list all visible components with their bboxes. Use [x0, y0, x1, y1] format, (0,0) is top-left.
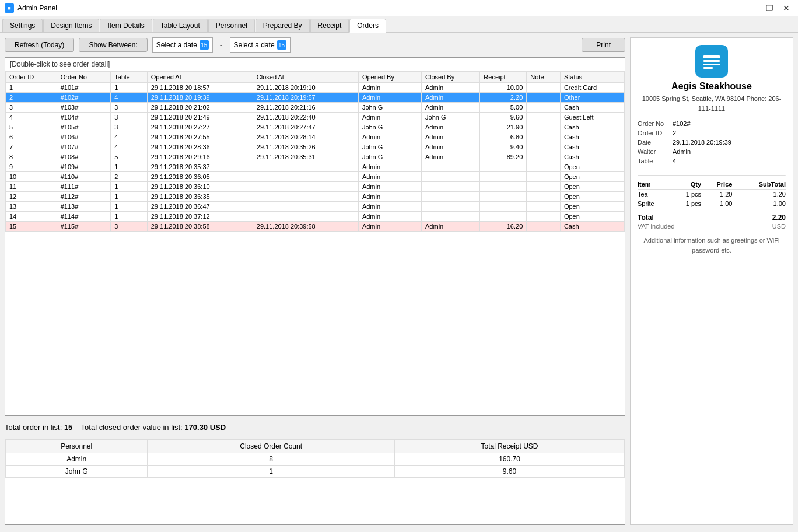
date2-icon[interactable]: 15	[277, 40, 286, 50]
col-header-openedat: Opened At	[147, 72, 253, 83]
tab-prepared-by[interactable]: Prepared By	[256, 19, 310, 32]
col-header-openedby: Opened By	[358, 72, 421, 83]
total-orders-label: Total order in list:	[5, 423, 64, 432]
receipt-col-qty: Qty	[671, 180, 701, 190]
table-row[interactable]: 7#107#429.11.2018 20:28:3629.11.2018 20:…	[6, 142, 625, 152]
col-header-note: Note	[527, 72, 561, 83]
table-row[interactable]: 8#108#529.11.2018 20:29:1629.11.2018 20:…	[6, 152, 625, 162]
main-content: Refresh (Today) Show Between: Select a d…	[0, 33, 798, 530]
col-header-receipt: Receipt	[480, 72, 527, 83]
table-row[interactable]: 4#104#329.11.2018 20:21:4929.11.2018 20:…	[6, 113, 625, 123]
date1-text: Select a date	[156, 41, 197, 49]
tab-personnel[interactable]: Personnel	[208, 19, 255, 32]
show-between-button[interactable]: Show Between:	[79, 38, 147, 52]
personnel-col-totalreceiptusd: Total Receipt USD	[394, 440, 624, 453]
tab-table-layout[interactable]: Table Layout	[153, 19, 208, 32]
summary: Total order in list: 15 Total closed ord…	[5, 421, 625, 434]
col-header-orderno: Order No	[57, 72, 111, 83]
hint-row: [Double-click to see order detail]	[5, 58, 625, 71]
table-row[interactable]: 3#103#329.11.2018 20:21:0229.11.2018 20:…	[6, 103, 625, 113]
receipt-col-item: Item	[638, 180, 671, 190]
personnel-row: Admin8160.70	[6, 453, 625, 466]
receipt-total-label: Total	[638, 214, 654, 222]
receipt-col-subtotal: SubTotal	[732, 180, 786, 190]
receipt-vat-currency: USD	[772, 223, 786, 230]
maximize-button[interactable]: ❐	[762, 4, 777, 13]
receipt-vat-label: VAT included	[638, 223, 675, 230]
svg-rect-0	[704, 55, 720, 58]
orders-table: Order IDOrder NoTableOpened AtClosed AtO…	[5, 71, 625, 232]
table-row[interactable]: 13#113#129.11.2018 20:36:47AdminOpen	[6, 202, 625, 212]
receipt-col-price: Price	[701, 180, 732, 190]
receipt-total-row: Total 2.20	[638, 211, 786, 222]
orders-table-container: [Double-click to see order detail] Order…	[5, 57, 625, 416]
toolbar: Refresh (Today) Show Between: Select a d…	[5, 37, 625, 52]
table-row[interactable]: 9#109#129.11.2018 20:35:37AdminOpen	[6, 162, 625, 172]
date-picker-2[interactable]: Select a date 15	[230, 37, 290, 52]
table-row[interactable]: 1#101#129.11.2018 20:18:5729.11.2018 20:…	[6, 83, 625, 93]
title-bar: ■ Admin Panel — ❐ ✕	[0, 0, 798, 16]
personnel-empty	[5, 478, 625, 524]
svg-rect-1	[704, 60, 720, 62]
table-row[interactable]: 12#112#129.11.2018 20:36:35AdminOpen	[6, 192, 625, 202]
total-orders-count: 15	[64, 423, 72, 432]
personnel-table-wrap: PersonnelClosed Order CountTotal Receipt…	[5, 439, 625, 525]
print-button[interactable]: Print	[582, 38, 625, 52]
app-title: Admin Panel	[18, 4, 57, 12]
tab-settings[interactable]: Settings	[2, 19, 43, 32]
total-closed-label: Total closed order value in list:	[81, 423, 185, 432]
table-row[interactable]: 6#106#429.11.2018 20:27:5529.11.2018 20:…	[6, 132, 625, 142]
receipt-restaurant-name: Aegis Steakhouse	[671, 81, 752, 92]
tab-design-items[interactable]: Design Items	[43, 19, 99, 32]
table-row[interactable]: 5#105#329.11.2018 20:27:2729.11.2018 20:…	[6, 123, 625, 132]
refresh-button[interactable]: Refresh (Today)	[5, 38, 74, 52]
svg-rect-2	[704, 64, 720, 65]
table-row[interactable]: 14#114#129.11.2018 20:37:12AdminOpen	[6, 212, 625, 222]
personnel-row: John G19.60	[6, 466, 625, 478]
receipt-address: 10005 Spring St, Seattle, WA 98104 Phone…	[638, 94, 786, 113]
receipt-vat: VAT included USD	[638, 223, 786, 230]
personnel-col-closedordercount: Closed Order Count	[148, 440, 395, 453]
receipt-footer: Additional information such as greetings…	[638, 236, 786, 255]
receipt-item-row: Tea 1 pcs 1.20 1.20	[638, 190, 786, 200]
col-header-status: Status	[560, 72, 624, 83]
tab-receipt[interactable]: Receipt	[310, 19, 349, 32]
personnel-col-personnel: Personnel	[6, 440, 148, 453]
date2-text: Select a date	[234, 41, 275, 49]
svg-rect-3	[704, 67, 713, 69]
table-row[interactable]: 10#110#229.11.2018 20:36:05AdminOpen	[6, 172, 625, 182]
app-icon: ■	[5, 4, 14, 13]
receipt-panel: Aegis Steakhouse 10005 Spring St, Seattl…	[630, 37, 793, 525]
close-button[interactable]: ✕	[779, 4, 793, 13]
receipt-items-table: ItemQtyPriceSubTotal Tea 1 pcs 1.20 1.20…	[638, 180, 786, 208]
personnel-table: PersonnelClosed Order CountTotal Receipt…	[5, 439, 625, 478]
tab-orders[interactable]: Orders	[349, 19, 386, 33]
col-header-closedat: Closed At	[253, 72, 358, 83]
minimize-button[interactable]: —	[745, 4, 760, 13]
date-picker-1[interactable]: Select a date 15	[152, 37, 213, 52]
window-controls[interactable]: — ❐ ✕	[745, 4, 793, 13]
col-header-table: Table	[111, 72, 147, 83]
receipt-item-row: Sprite 1 pcs 1.00 1.00	[638, 199, 786, 208]
receipt-divider	[638, 175, 786, 176]
left-panel: Refresh (Today) Show Between: Select a d…	[5, 37, 625, 525]
col-header-closedby: Closed By	[422, 72, 480, 83]
receipt-info: Order No#102# Order ID2 Date29.11.2018 2…	[638, 119, 786, 166]
table-row[interactable]: 11#111#129.11.2018 20:36:10AdminOpen	[6, 182, 625, 192]
date1-icon[interactable]: 15	[200, 40, 209, 50]
tab-bar: SettingsDesign ItemsItem DetailsTable La…	[0, 16, 798, 33]
table-row[interactable]: 15#115#329.11.2018 20:38:5829.11.2018 20…	[6, 222, 625, 232]
total-closed-value: 170.30 USD	[184, 423, 226, 432]
tab-item-details[interactable]: Item Details	[100, 19, 152, 32]
date-separator: -	[220, 40, 223, 50]
receipt-total-value: 2.20	[772, 214, 786, 222]
table-row[interactable]: 2#102#429.11.2018 20:19:3929.11.2018 20:…	[6, 93, 625, 103]
col-header-orderid: Order ID	[6, 72, 57, 83]
receipt-logo	[695, 45, 728, 78]
